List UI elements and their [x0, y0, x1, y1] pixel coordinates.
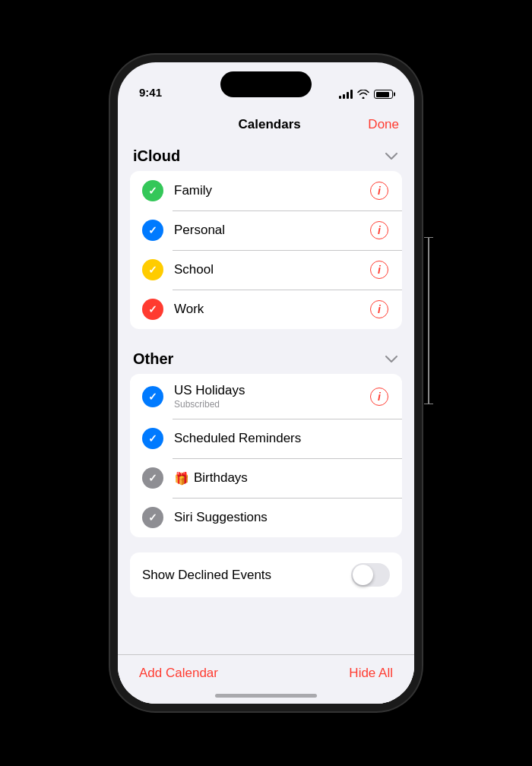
- us-holidays-check-icon: ✓: [142, 386, 163, 407]
- scheduled-reminders-check-icon: ✓: [142, 428, 163, 449]
- header: Calendars Done: [118, 105, 414, 141]
- icloud-calendar-list: ✓ Family i ✓ Personal i: [130, 171, 402, 329]
- other-section-title: Other: [133, 350, 173, 368]
- us-holidays-label: US Holidays: [174, 383, 245, 397]
- list-item[interactable]: ✓ Siri Suggestions: [130, 498, 402, 537]
- list-item[interactable]: ✓ Scheduled Reminders: [130, 419, 402, 458]
- list-item[interactable]: ✓ 🎁 Birthdays: [130, 458, 402, 498]
- status-icons: [339, 90, 393, 99]
- list-item[interactable]: ✓ US Holidays Subscribed i: [130, 374, 402, 419]
- birthdays-label: Birthdays: [194, 470, 390, 486]
- family-label: Family: [174, 183, 369, 198]
- list-item[interactable]: ✓ Personal i: [130, 210, 402, 250]
- annotation-text: 보려는 캘린더를 선택합니다.: [429, 275, 532, 307]
- siri-suggestions-check-icon: ✓: [142, 507, 163, 528]
- annotation: 보려는 캘린더를 선택합니다.: [429, 275, 532, 307]
- gift-icon: 🎁: [174, 471, 189, 486]
- personal-label: Personal: [174, 223, 369, 238]
- personal-info-button[interactable]: i: [369, 220, 390, 241]
- birthdays-check-icon: ✓: [142, 467, 163, 489]
- siri-suggestions-label: Siri Suggestions: [174, 510, 390, 525]
- signal-bars-icon: [339, 90, 353, 99]
- us-holidays-sublabel: Subscribed: [174, 399, 369, 410]
- show-declined-events-toggle[interactable]: [351, 563, 390, 587]
- us-holidays-info-button[interactable]: i: [369, 386, 390, 407]
- other-section-header[interactable]: Other: [118, 344, 414, 374]
- status-time: 9:41: [139, 86, 162, 99]
- icloud-chevron-icon: [384, 149, 399, 164]
- other-chevron-icon: [384, 352, 399, 367]
- done-button[interactable]: Done: [368, 117, 399, 132]
- personal-check-icon: ✓: [142, 220, 163, 241]
- content-area: Calendars Done iCloud ✓: [118, 105, 414, 704]
- list-item[interactable]: ✓ Work i: [130, 290, 402, 329]
- school-label: School: [174, 262, 369, 277]
- hide-all-button[interactable]: Hide All: [349, 666, 393, 681]
- work-check-icon: ✓: [142, 299, 163, 320]
- other-calendar-list: ✓ US Holidays Subscribed i ✓: [130, 374, 402, 537]
- toggle-knob: [353, 565, 373, 585]
- show-declined-events-row: Show Declined Events: [130, 552, 402, 597]
- dynamic-island: [220, 71, 312, 97]
- list-item[interactable]: ✓ School i: [130, 250, 402, 290]
- other-section: Other ✓ US Holidays Subscribed: [118, 344, 414, 537]
- family-info-button[interactable]: i: [369, 180, 390, 201]
- school-check-icon: ✓: [142, 259, 163, 280]
- icloud-section-header[interactable]: iCloud: [118, 141, 414, 171]
- icloud-section: iCloud ✓ Family i: [118, 141, 414, 329]
- icloud-section-title: iCloud: [133, 147, 180, 165]
- show-declined-events-label: Show Declined Events: [142, 568, 271, 583]
- wifi-icon: [357, 90, 369, 99]
- scheduled-reminders-label: Scheduled Reminders: [174, 431, 390, 446]
- work-label: Work: [174, 302, 369, 317]
- page-title: Calendars: [171, 117, 368, 132]
- list-item[interactable]: ✓ Family i: [130, 171, 402, 210]
- family-check-icon: ✓: [142, 180, 163, 201]
- annotation-line: [428, 237, 429, 404]
- home-indicator: [215, 694, 317, 698]
- work-info-button[interactable]: i: [369, 299, 390, 320]
- school-info-button[interactable]: i: [369, 259, 390, 280]
- add-calendar-button[interactable]: Add Calendar: [139, 666, 218, 681]
- phone-frame: 9:41: [118, 62, 414, 704]
- battery-icon: [374, 90, 393, 99]
